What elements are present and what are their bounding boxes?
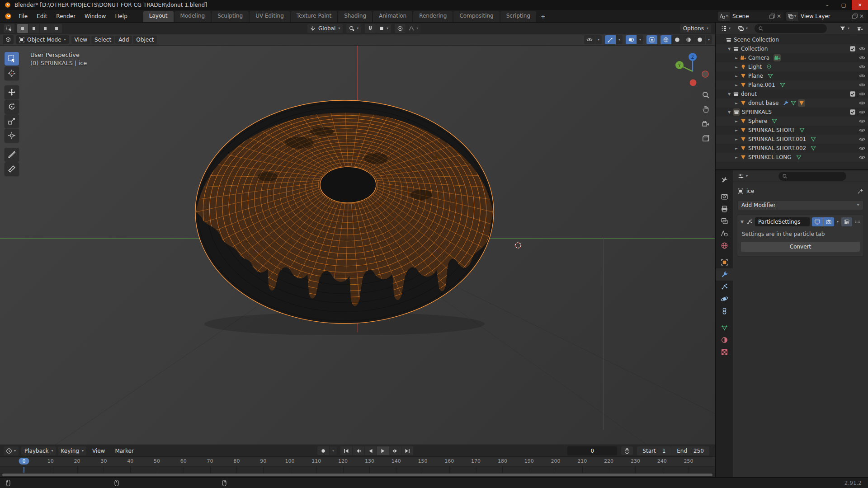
viewport-menu-add[interactable]: Add (115, 36, 132, 44)
tab-compositing[interactable]: Compositing (453, 11, 499, 22)
active-object-chip[interactable] (798, 99, 805, 107)
keying-set-dropdown[interactable]: ▾ (330, 446, 337, 455)
expander-closed[interactable]: ► (733, 65, 740, 69)
outliner-search-input[interactable] (755, 24, 827, 33)
properties-tab-particles[interactable] (716, 281, 733, 293)
select-mode-subtract[interactable] (40, 24, 51, 33)
next-keyframe-button[interactable] (389, 446, 401, 455)
mesh-data-icon[interactable] (796, 154, 802, 160)
menu-edit[interactable]: Edit (33, 12, 51, 21)
outliner-filter-dropdown[interactable]: ▾ (837, 24, 852, 33)
tool-rotate-button[interactable] (5, 100, 19, 113)
timeline-channel-area[interactable] (0, 467, 715, 473)
expander-open[interactable]: ▼ (726, 92, 733, 96)
zoom-button[interactable] (702, 91, 710, 99)
drag-handle-icon[interactable] (854, 219, 861, 225)
outliner-row[interactable]: ►Light (716, 62, 868, 71)
hide-in-viewport-eye-icon[interactable] (859, 82, 865, 88)
shading-solid-button[interactable] (672, 35, 683, 44)
properties-tab-world[interactable] (716, 239, 733, 252)
new-collection-button[interactable] (854, 24, 865, 33)
outliner-row[interactable]: ▼SPRINKALS (716, 108, 868, 117)
camera-data-icon[interactable] (774, 55, 780, 61)
outliner-row[interactable]: ▼Collection (716, 44, 868, 53)
timeline-menu-view[interactable]: View (88, 446, 109, 455)
current-frame-field[interactable]: 0 (567, 446, 617, 455)
tool-measure-button[interactable] (5, 162, 19, 176)
menu-window[interactable]: Window (80, 12, 110, 21)
select-mode-set[interactable] (17, 24, 28, 33)
expander-closed[interactable]: ► (733, 155, 740, 160)
light-data-icon[interactable] (766, 64, 772, 70)
play-button[interactable] (377, 446, 389, 455)
pivot-point-dropdown[interactable]: ▾ (346, 24, 361, 33)
modifier-extras-dropdown[interactable]: ▾ (836, 220, 839, 224)
tool-scale-button[interactable] (5, 114, 19, 128)
hide-in-viewport-eye-icon[interactable] (859, 127, 865, 133)
tab-animation[interactable]: Animation (373, 11, 412, 22)
xray-toggle[interactable] (646, 35, 657, 44)
timeline-menu-playback[interactable]: Playback▾ (21, 446, 56, 455)
expander-closed[interactable]: ► (733, 101, 740, 105)
menu-help[interactable]: Help (111, 12, 131, 21)
view-layer-name-field[interactable]: View Layer ✕ (798, 12, 866, 21)
active-tool-icon[interactable] (4, 24, 14, 33)
outliner-row[interactable]: ▼donut (716, 89, 868, 99)
snap-target-dropdown[interactable]: ▾ (376, 24, 391, 33)
collection-checkbox[interactable] (849, 46, 856, 52)
outliner-row[interactable]: ►Plane.001 (716, 80, 868, 89)
tab-uv-editing[interactable]: UV Editing (250, 11, 290, 22)
modifier-name-field[interactable]: ParticleSettings (755, 217, 810, 226)
options-dropdown[interactable]: Options▾ (680, 24, 711, 33)
pan-hand-button[interactable] (702, 105, 710, 113)
scene-name-field[interactable]: Scene ✕ (730, 12, 783, 21)
viewport-3d[interactable]: User Perspective (0) SPRINKALS | ice Z (0, 46, 715, 445)
copy-icon[interactable] (769, 13, 775, 19)
properties-search-input[interactable] (778, 172, 846, 181)
shading-rendered-button[interactable] (694, 35, 705, 44)
tool-annotate-button[interactable] (5, 148, 19, 161)
outliner-editor-type-button[interactable]: ▾ (718, 24, 733, 33)
properties-tab-tool[interactable] (716, 174, 733, 186)
mode-dropdown[interactable]: Object Mode ▾ (16, 35, 69, 44)
minimize-button[interactable]: – (819, 0, 835, 10)
editor-type-button[interactable] (3, 35, 14, 44)
viewport-menu-select[interactable]: Select (91, 36, 114, 44)
overlays-dropdown[interactable]: ▾ (637, 35, 643, 44)
properties-tab-modifier[interactable] (716, 268, 733, 281)
tab-scripting[interactable]: Scripting (500, 11, 536, 22)
frame-start-field[interactable]: Start1 (637, 446, 671, 455)
viewport-menu-view[interactable]: View (71, 36, 90, 44)
outliner-row[interactable]: Scene Collection (716, 35, 868, 44)
playhead[interactable]: 0 (19, 458, 29, 465)
tab-modeling[interactable]: Modeling (175, 11, 211, 22)
use-preview-range-toggle[interactable] (621, 446, 633, 455)
camera-data-chip[interactable] (774, 54, 781, 61)
view-layer-browse-button[interactable]: ▾ (786, 12, 798, 21)
hide-in-viewport-eye-icon[interactable] (859, 145, 865, 151)
outliner-row[interactable]: ►SPRINKEL LONG (716, 153, 868, 162)
hide-in-viewport-eye-icon[interactable] (859, 154, 865, 160)
tool-transform-button[interactable] (5, 129, 19, 142)
show-gizmo-toggle[interactable] (605, 35, 616, 44)
expander-closed[interactable]: ► (733, 146, 740, 150)
timeline-editor-type-button[interactable]: ▾ (4, 446, 19, 455)
close-button[interactable]: ✕ (852, 0, 868, 10)
outliner-row[interactable]: ►Sphere (716, 117, 868, 126)
menu-file[interactable]: File (14, 12, 32, 21)
show-overlays-toggle[interactable] (626, 35, 637, 44)
copy-icon[interactable] (852, 13, 858, 19)
timeline-scrollbar-thumb[interactable] (2, 474, 712, 476)
convert-button[interactable]: Convert (741, 242, 860, 252)
hide-in-viewport-eye-icon[interactable] (859, 55, 865, 61)
tab-rendering[interactable]: Rendering (413, 11, 453, 22)
donut-object[interactable] (186, 91, 503, 336)
tab-texture-paint[interactable]: Texture Paint (291, 11, 337, 22)
properties-tab-data[interactable] (716, 322, 733, 334)
expander-closed[interactable]: ► (733, 137, 740, 141)
mesh-data-icon[interactable] (810, 145, 816, 151)
properties-tab-constraints[interactable] (716, 305, 733, 317)
hide-in-viewport-eye-icon[interactable] (859, 109, 865, 115)
expander-closed[interactable]: ► (733, 83, 740, 87)
display-render-toggle[interactable] (823, 217, 834, 226)
